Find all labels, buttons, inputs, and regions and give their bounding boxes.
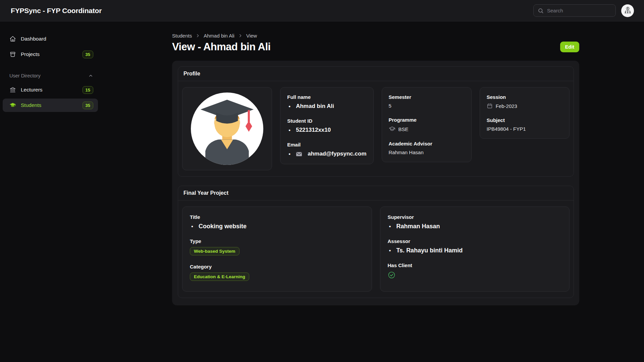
bullet: • xyxy=(288,127,290,133)
supervisor-field: Supervisor • Rahman Hasan xyxy=(388,214,562,230)
home-icon xyxy=(9,36,16,42)
advisor-label: Academic Advisor xyxy=(389,141,465,146)
chevron-right-icon xyxy=(196,34,200,38)
project-type-label: Type xyxy=(190,238,364,244)
project-title-label: Title xyxy=(190,214,364,220)
project-people-card: Supervisor • Rahman Hasan Assessor • xyxy=(380,206,570,292)
project-title-field: Title • Cooking website xyxy=(190,214,364,230)
session-label: Session xyxy=(487,94,562,100)
programme-field: Programme BSE xyxy=(389,117,465,132)
app-title: FYPSync - FYP Coordinator xyxy=(11,7,102,15)
supervisor-label: Supervisor xyxy=(388,214,562,220)
sidebar-item-label: Lecturers xyxy=(21,87,43,93)
semester-value: 5 xyxy=(389,103,465,109)
session-field: Session Feb-2023 xyxy=(487,94,562,109)
semester-label: Semester xyxy=(389,94,465,100)
sidebar-item-lecturers[interactable]: Lecturers 15 xyxy=(3,83,98,97)
student-view-panel: Profile xyxy=(172,61,579,305)
projects-count-badge: 35 xyxy=(83,51,93,58)
archive-icon xyxy=(9,51,16,58)
lecturers-count-badge: 15 xyxy=(83,86,93,94)
bullet: • xyxy=(389,248,391,253)
envelope-icon xyxy=(296,151,302,157)
fyp-section: Final Year Project Title • Cooking websi… xyxy=(178,186,574,298)
chevron-right-icon xyxy=(238,34,243,38)
profile-section: Profile xyxy=(178,66,574,177)
graduation-cap-icon xyxy=(389,126,395,132)
sidebar-item-label: Projects xyxy=(21,51,40,57)
graduation-cap-icon xyxy=(9,102,16,109)
has-client-label: Has Client xyxy=(388,262,562,268)
bullet: • xyxy=(288,151,290,157)
main-content: Students Ahmad bin Ali View View - Ahmad… xyxy=(101,21,644,362)
student-id-label: Student ID xyxy=(287,118,366,124)
sidebar-item-projects[interactable]: Projects 35 xyxy=(3,48,98,61)
profile-section-title: Profile xyxy=(178,67,574,81)
subject-value: IPB49804 - FYP1 xyxy=(487,126,562,132)
session-value: Feb-2023 xyxy=(496,103,517,109)
project-title-value: Cooking website xyxy=(199,223,247,230)
breadcrumb-student-name[interactable]: Ahmad bin Ali xyxy=(204,33,234,39)
email-value: ahmad@fypsync.com xyxy=(308,150,366,157)
check-circle-icon xyxy=(388,271,562,279)
has-client-field: Has Client xyxy=(388,262,562,279)
search-icon xyxy=(538,8,544,14)
email-field: Email • ahmad@fypsync xyxy=(287,142,366,157)
bullet: • xyxy=(389,224,391,229)
identity-card: Full name • Ahmad bin Ali Student ID • xyxy=(280,87,373,164)
student-id-value: 5221312xx10 xyxy=(296,127,331,133)
students-count-badge: 35 xyxy=(83,102,93,109)
programme-label: Programme xyxy=(389,117,465,123)
search-input[interactable] xyxy=(547,8,611,13)
supervisor-value: Rahman Hasan xyxy=(396,223,440,230)
advisor-value: Rahman Hasan xyxy=(389,149,465,155)
sidebar-item-dashboard[interactable]: Dashboard xyxy=(3,32,98,46)
sidebar-section-user-directory[interactable]: User Directory xyxy=(3,73,98,78)
search-box[interactable] xyxy=(533,4,616,17)
session-card: Session Feb-2023 xyxy=(480,87,570,139)
sidebar-section-label: User Directory xyxy=(9,73,41,78)
fyp-section-title: Final Year Project xyxy=(178,186,574,200)
project-details-card: Title • Cooking website Type Web-based S… xyxy=(182,206,372,292)
programme-value: BSE xyxy=(398,126,409,132)
assessor-value: Ts. Rahayu binti Hamid xyxy=(396,247,463,254)
academic-card: Semester 5 Programme xyxy=(382,87,472,162)
student-photo-card xyxy=(182,87,272,170)
org-chart-icon xyxy=(623,6,632,15)
user-avatar[interactable] xyxy=(621,4,634,17)
assessor-label: Assessor xyxy=(388,238,562,244)
sidebar-item-label: Dashboard xyxy=(21,36,46,42)
student-graduate-avatar xyxy=(191,93,263,165)
email-label: Email xyxy=(287,142,366,147)
advisor-field: Academic Advisor Rahman Hasan xyxy=(389,141,465,155)
semester-field: Semester 5 xyxy=(389,94,465,109)
student-id-field: Student ID • 5221312xx10 xyxy=(287,118,366,133)
full-name-field: Full name • Ahmad bin Ali xyxy=(287,94,366,110)
subject-field: Subject IPB49804 - FYP1 xyxy=(487,117,562,132)
bullet: • xyxy=(191,224,193,229)
category-badge: Education & E-Learning xyxy=(190,273,249,281)
subject-label: Subject xyxy=(487,117,562,123)
breadcrumb-students[interactable]: Students xyxy=(172,33,192,39)
sidebar: Dashboard Projects 35 User Directory xyxy=(0,21,101,362)
topbar: FYPSync - FYP Coordinator xyxy=(0,0,644,21)
sidebar-item-students[interactable]: Students 35 xyxy=(3,99,98,112)
bullet: • xyxy=(288,104,290,109)
full-name-value: Ahmad bin Ali xyxy=(296,103,334,110)
breadcrumb: Students Ahmad bin Ali View xyxy=(172,33,579,39)
project-type-field: Type Web-based System xyxy=(190,238,364,255)
calendar-icon xyxy=(487,103,493,109)
assessor-field: Assessor • Ts. Rahayu binti Hamid xyxy=(388,238,562,254)
project-category-label: Category xyxy=(190,264,364,269)
edit-button[interactable]: Edit xyxy=(560,42,579,52)
chevron-up-icon xyxy=(88,73,93,78)
bank-icon xyxy=(9,86,16,93)
page-title: View - Ahmad bin Ali xyxy=(172,41,271,53)
full-name-label: Full name xyxy=(287,94,366,100)
type-badge: Web-based System xyxy=(190,247,239,255)
sidebar-item-label: Students xyxy=(21,102,41,108)
breadcrumb-current: View xyxy=(246,33,257,39)
project-category-field: Category Education & E-Learning xyxy=(190,264,364,281)
